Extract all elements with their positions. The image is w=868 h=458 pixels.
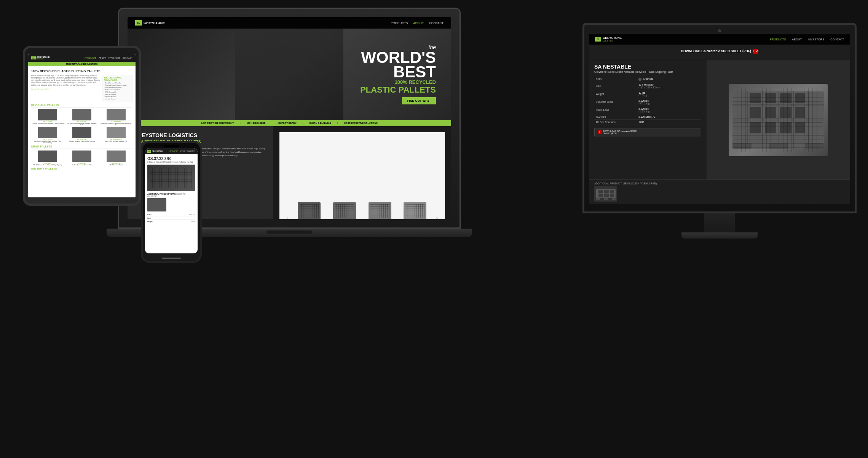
hero-cta-button[interactable]: FIND OUT WHY! [402, 97, 436, 104]
spec-row-tld: TLD 53's 2,100 Stack 70 [594, 114, 701, 119]
laptop-nav-links: PRODUCTS ABOUT CONTACT [391, 21, 444, 25]
scene: GL GREYSTONE PRODUCTS ABOUT CONTACT [0, 0, 868, 458]
phone-screen: GL GREYSTONE PRODUCTS ABOUT CONTACT GS.3… [145, 148, 198, 253]
tablet-drum-1[interactable]: DRL4845 48x48 3 Runner Drum Pallet w/ 1 … [31, 151, 64, 166]
carousel-prev[interactable]: ‹ [286, 215, 289, 219]
phone-home-indicator [162, 258, 181, 259]
svg-rect-12 [795, 93, 805, 103]
tablet-nav-about[interactable]: ABOUT [99, 57, 106, 59]
desktop-thumb-1[interactable] [594, 186, 617, 202]
desktop-screen: GL GREYSTONE LOGISTICS PRODUCTS ABOUT IN… [589, 34, 850, 204]
desktop-product-content: DOWNLOAD SA Nestable SPEC SHEET (PDF) PD… [589, 45, 850, 204]
phone-spec-weight-value: 17 lbs [191, 221, 195, 223]
desktop-product-image-area [707, 60, 850, 179]
tablet-drum-2[interactable]: R.4845.6R 48x48 6 Runner & 6 Runner Pall… [65, 151, 99, 166]
laptop-hero: the WORLD'SBEST 100% RECYCLED PLASTIC PA… [128, 29, 451, 120]
ticker-sep-4: | [337, 122, 338, 124]
phone-logo: GL GREYSTONE [147, 150, 163, 153]
svg-rect-23 [805, 143, 824, 149]
tablet-product-5[interactable]: GS.40.32.380 3-Runner Recycled Plastic 1… [65, 127, 99, 144]
svg-rect-32 [604, 198, 608, 200]
desktop-product-subtitle: Greystone 48x40 Export Nestable Recycled… [594, 70, 701, 73]
tablet-product-4[interactable]: GS.37.37.684 Full Runner Recycled Plasti… [31, 127, 64, 144]
tablet-drum-3[interactable]: SPL.4845.6R 48x45 6 Runner Pallet [99, 151, 132, 166]
tablet-nav-investors[interactable]: INVESTORS [108, 57, 120, 59]
tablet-drum-name-1: 48x48 3 Runner Drum Pallet w/ 1 1 Spc Op… [33, 164, 62, 166]
phone-spec-color-value: Charcoal [189, 214, 195, 216]
phone-spec-color-label: Color: [147, 214, 152, 216]
phone-product-code: GS.37.32.3R0 [147, 157, 195, 161]
desktop-logo: GL GREYSTONE LOGISTICS [595, 37, 622, 42]
product-nestable[interactable]: + NESTABLE PLASTIC SHIPPING PALLETS [295, 202, 324, 219]
tablet-nav-products[interactable]: PRODUCTS [85, 57, 96, 59]
pallet-svg [729, 84, 828, 156]
desktop-stand-neck [704, 213, 735, 232]
desktop-download-btn[interactable]: P DOWNLOAD SA Nestable SPECSHEET (PDF) [594, 128, 701, 136]
tablet-navbar: GL GREYSTONE LOGISTICS PRODUCTS ABOUT IN… [28, 54, 136, 62]
pdf-icon: PDF [753, 49, 758, 54]
phone-nav-products[interactable]: PRODUCTS [169, 151, 178, 152]
tablet-advantage-box: THE GREYSTONE ADVANTAGE: Durability and … [102, 75, 132, 102]
svg-rect-9 [750, 93, 761, 103]
tablet-beverage-section: BEVERAGE PALLETS [31, 104, 132, 107]
tablet-product-6[interactable]: GS.4003.383.5LD 48x53 3 Rod Beverage Sta… [99, 127, 132, 144]
desktop-logo-texts: GREYSTONE LOGISTICS [603, 37, 622, 42]
desktop-nav-investors[interactable]: INVESTORS [808, 38, 824, 41]
tablet-advantage-list: Durability and Reliability Residual Valu… [104, 82, 131, 100]
phone-navbar: GL GREYSTONE PRODUCTS ABOUT CONTACT [145, 148, 198, 154]
phone-pallet-image [147, 165, 195, 191]
tablet-body: GL GREYSTONE LOGISTICS PRODUCTS ABOUT IN… [23, 46, 141, 206]
desktop-product-header: DOWNLOAD SA Nestable SPEC SHEET (PDF) PD… [589, 45, 850, 60]
phone-website: GL GREYSTONE PRODUCTS ABOUT CONTACT GS.3… [145, 148, 198, 253]
desktop-nav-about[interactable]: ABOUT [792, 38, 802, 41]
product-rackable[interactable]: + RACKABLE PLASTIC SHIPPING PALLETS [365, 202, 394, 219]
tablet-name-5: 3-Runner Recycled Plastic 1 1 Spc Openin… [69, 141, 95, 142]
download-pdf-icon: P [598, 130, 602, 134]
ticker-2: 100% RECYCLED [247, 122, 266, 124]
desktop-nav-contact[interactable]: CONTACT [830, 38, 844, 41]
color-swatch [638, 78, 641, 81]
hero-bg-1 [128, 29, 235, 120]
tablet-jump-label: Jump to: Beverage Pallets ▼ [31, 88, 101, 90]
laptop-about-right: ‹ + NESTABLE PLASTIC SHIPPING PALLETS + [273, 126, 452, 219]
phone-thumb-1[interactable] [147, 198, 166, 211]
desktop-device: GL GREYSTONE LOGISTICS PRODUCTS ABOUT IN… [582, 23, 857, 271]
svg-rect-14 [765, 107, 776, 118]
desktop-nav-products[interactable]: PRODUCTS [770, 38, 786, 41]
tablet-logo-text: GREYSTONE LOGISTICS [37, 56, 49, 60]
laptop-nav-products[interactable]: PRODUCTS [391, 21, 408, 25]
tablet-body-text: Plastic pallets are a huge topic of just… [31, 75, 101, 86]
tablet-name-6: 48x53 3 Rod Beverage Stackable Peg [105, 141, 127, 142]
phone-content: GS.37.32.3R0 3-Runner Recycled Plastic B… [145, 154, 198, 226]
advantage-item-8: Leasing Options [104, 98, 131, 100]
phone-logo-icon: GL [147, 150, 151, 153]
spec-weight-value: 17 lbs(7.7 kg) [637, 90, 701, 98]
carousel-next[interactable]: › [436, 215, 438, 219]
tablet-nav-contact[interactable]: CONTACT [123, 57, 132, 59]
ticker-5: COST-EFFECTIVE SOLUTIONS [344, 122, 378, 124]
product-stackable[interactable]: + STACKABLE PLASTIC SHIPPING PALLETS [330, 202, 359, 219]
ticker-4: CLEAN & DURABLE [309, 122, 331, 124]
tablet-product-1[interactable]: GS.37.32.380 3-Runner Recycled Plastic B… [31, 109, 64, 126]
svg-rect-29 [604, 194, 609, 197]
ticker-sep-3: | [303, 122, 303, 124]
svg-rect-0 [732, 91, 824, 149]
tablet-product-3[interactable]: GS.37.37.680 Full Runner Recycled Plasti… [99, 109, 132, 126]
tablet-product-2[interactable]: GS.37.32.383 Full Runner Recycled Plasti… [65, 109, 99, 126]
desktop-additional-title: ADDITIONAL PRODUCT VIEWS (CLICK TO ENLAR… [594, 182, 845, 185]
phone-spec-color: Color: Charcoal [147, 213, 195, 216]
download-btn-label: DOWNLOAD SA Nestable SPECSHEET (PDF) [603, 130, 637, 135]
product-beverage[interactable]: + BEVERAGE PLASTIC SHIPPING PALLETS [400, 202, 429, 219]
spec-row-static: Static Load 5,000 lbs(2,268 kg) [594, 106, 701, 114]
phone-nav-about[interactable]: ABOUT [180, 151, 186, 152]
laptop-nav-contact[interactable]: CONTACT [429, 21, 444, 25]
spec-color-label: Color [594, 76, 637, 82]
tablet-name-3: Full Runner Recycled Plastic Beverage Pa… [99, 123, 132, 126]
phone-nav-contact[interactable]: CONTACT [187, 151, 195, 152]
spec-size-value: 48 x 40 x 5.5"(121 x 101 x 13 cm) [637, 82, 701, 90]
tablet-pallet-4 [38, 127, 57, 138]
laptop-nav-about[interactable]: ABOUT [413, 21, 424, 25]
tablet-drum-pallet-3 [107, 151, 126, 162]
phone-device: GL GREYSTONE PRODUCTS ABOUT CONTACT GS.3… [141, 141, 202, 263]
tablet-faq-bar: FREQUENTLY ASKED QUESTIONS [28, 62, 136, 66]
